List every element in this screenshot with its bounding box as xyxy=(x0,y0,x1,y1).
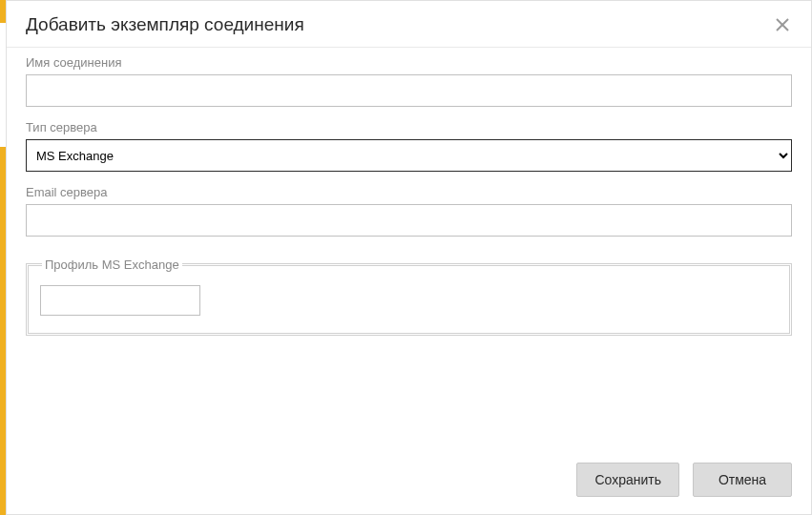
server-email-input[interactable] xyxy=(26,204,792,237)
exchange-profile-input[interactable] xyxy=(40,285,200,316)
exchange-profile-fieldset: Профиль MS Exchange xyxy=(26,258,792,336)
connection-name-label: Имя соединения xyxy=(26,55,792,70)
connection-name-input[interactable] xyxy=(26,74,792,107)
server-type-select[interactable]: MS Exchange xyxy=(26,139,792,172)
modal-footer: Сохранить Отмена xyxy=(7,449,811,514)
connection-name-group: Имя соединения xyxy=(26,55,792,107)
server-email-group: Email сервера xyxy=(26,185,792,237)
save-button[interactable]: Сохранить xyxy=(576,463,679,497)
server-email-label: Email сервера xyxy=(26,185,792,199)
modal-header: Добавить экземпляр соединения xyxy=(7,1,811,48)
cancel-button[interactable]: Отмена xyxy=(693,463,792,497)
exchange-profile-legend: Профиль MS Exchange xyxy=(42,258,182,272)
add-connection-modal: Добавить экземпляр соединения Имя соедин… xyxy=(6,0,812,515)
close-button[interactable] xyxy=(773,15,792,34)
modal-body: Имя соединения Тип сервера MS Exchange E… xyxy=(7,48,811,449)
modal-title: Добавить экземпляр соединения xyxy=(26,14,304,35)
server-type-label: Тип сервера xyxy=(26,120,792,134)
close-icon xyxy=(775,17,790,32)
server-type-group: Тип сервера MS Exchange xyxy=(26,120,792,172)
